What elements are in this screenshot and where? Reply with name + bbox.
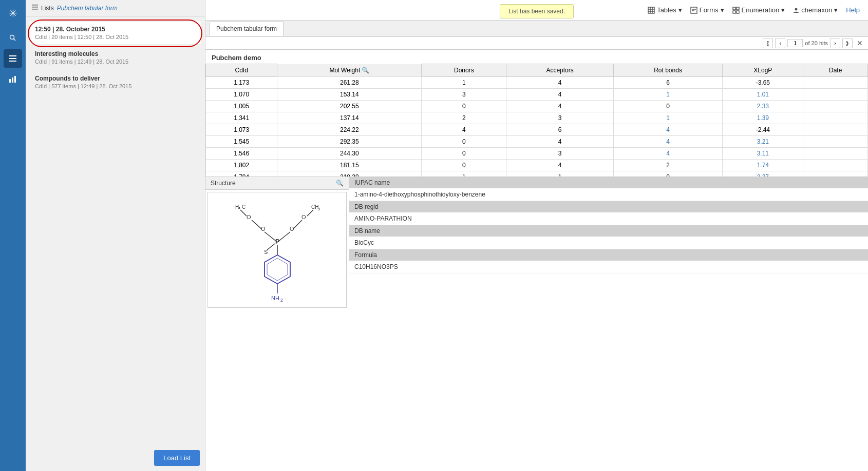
cell-rot-bonds: 1 — [613, 89, 722, 101]
cell-acceptors: 3 — [506, 112, 613, 124]
sidebar-list-btn[interactable] — [4, 49, 22, 68]
last-page-btn[interactable]: ⟫ — [842, 38, 853, 48]
help-label: Help — [846, 6, 860, 14]
cell-donors: 2 — [422, 112, 506, 124]
first-page-btn[interactable]: ⟪ — [763, 38, 773, 48]
col-acceptors[interactable]: Acceptors — [506, 64, 613, 77]
table-row[interactable]: 1,173 261.28 1 4 6 -3.65 — [206, 77, 868, 89]
col-date[interactable]: Date — [803, 64, 868, 77]
list-item-meta: CdId | 91 items | 12:49 | 28. Oct 2015 — [35, 58, 196, 65]
cell-cdid: 1,070 — [206, 89, 277, 101]
data-table-container[interactable]: CdId Mol Weight 🔍 Donors Acceptors Rot b… — [205, 64, 868, 176]
main-content: List has been saved. Tables ▾ Forms ▾ — [205, 0, 868, 471]
enumeration-nav[interactable]: Enumeration ▾ — [732, 6, 785, 14]
app-logo[interactable]: ✳ — [4, 4, 22, 23]
help-nav[interactable]: Help — [846, 6, 860, 14]
search-icon[interactable]: 🔍 — [362, 67, 369, 74]
col-xlogp[interactable]: XLogP — [723, 64, 803, 77]
table-row[interactable]: 1,802 181.15 0 4 2 1.74 — [206, 160, 868, 171]
cell-mol-weight: 261.28 — [277, 77, 422, 89]
cell-donors: 1 — [422, 77, 506, 89]
cell-cdid: 1,545 — [206, 136, 277, 148]
col-rot-bonds[interactable]: Rot bonds — [613, 64, 722, 77]
cell-xlogp: 1.01 — [723, 89, 803, 101]
cell-rot-bonds: 2 — [613, 160, 722, 171]
svg-marker-24 — [265, 255, 290, 284]
cell-mol-weight: 244.30 — [277, 148, 422, 160]
cell-xlogp: 1.74 — [723, 160, 803, 171]
svg-text:C: C — [242, 204, 246, 210]
cell-xlogp: 2.27 — [723, 171, 803, 177]
cell-rot-bonds: 4 — [613, 148, 722, 160]
cell-rot-bonds: 0 — [613, 101, 722, 112]
user-nav[interactable]: chemaxon ▾ — [793, 6, 838, 14]
cell-acceptors: 4 — [506, 77, 613, 89]
svg-line-43 — [293, 220, 302, 229]
load-list-area: Load List — [26, 445, 205, 471]
list-item[interactable]: Compounds to deliver CdId | 577 items | … — [30, 71, 201, 93]
cell-mol-weight: 202.55 — [277, 101, 422, 112]
lists-panel: Lists Pubchem tabular form 12:50 | 28. O… — [26, 0, 205, 471]
cell-acceptors: 4 — [506, 160, 613, 171]
user-label: chemaxon — [801, 6, 832, 14]
cell-cdid: 1,173 — [206, 77, 277, 89]
svg-line-1 — [14, 39, 16, 41]
list-item-title: Compounds to deliver — [35, 75, 196, 82]
next-page-btn[interactable]: › — [830, 38, 840, 48]
cell-mol-weight: 224.22 — [277, 124, 422, 136]
cell-mol-weight: 292.35 — [277, 136, 422, 148]
lists-subtitle: Pubchem tabular form — [57, 5, 118, 12]
table-row[interactable]: 1,546 244.30 0 3 4 3.11 — [206, 148, 868, 160]
table-row[interactable]: 1,545 292.35 0 4 4 3.21 — [206, 136, 868, 148]
close-form-btn[interactable]: ✕ — [855, 38, 865, 48]
cell-xlogp: -3.65 — [723, 77, 803, 89]
svg-text:3: 3 — [318, 207, 320, 211]
svg-point-0 — [10, 35, 14, 40]
table-row[interactable]: 1,073 224.22 4 6 4 -2.44 — [206, 124, 868, 136]
load-list-button[interactable]: Load List — [154, 450, 200, 466]
cell-acceptors: 1 — [506, 171, 613, 177]
col-mol-weight[interactable]: Mol Weight 🔍 — [277, 64, 421, 76]
cell-date — [803, 160, 868, 171]
list-item[interactable]: Interesting molecules CdId | 91 items | … — [30, 46, 201, 69]
tab-pubchem[interactable]: Pubchem tabular form — [210, 22, 284, 36]
table-row[interactable]: 1,794 210.29 1 1 0 2.27 — [206, 171, 868, 177]
table-row[interactable]: 1,070 153.14 3 4 1 1.01 — [206, 89, 868, 101]
tables-nav[interactable]: Tables ▾ — [648, 6, 682, 14]
content-body: Pubchem demo CdId Mol Weight 🔍 Donors Ac… — [205, 50, 868, 471]
dbname-value: BioCyc — [349, 237, 868, 249]
list-item-meta: CdId | 20 items | 12:50 | 28. Oct 2015 — [35, 34, 196, 40]
cell-xlogp: -2.44 — [723, 124, 803, 136]
content-title: Pubchem demo — [205, 50, 868, 64]
list-item[interactable]: 12:50 | 28. October 2015 CdId | 20 items… — [30, 22, 201, 44]
list-items-container: 12:50 | 28. October 2015 CdId | 20 items… — [26, 16, 205, 445]
svg-rect-20 — [737, 7, 739, 10]
forms-nav[interactable]: Forms ▾ — [690, 6, 724, 14]
list-item-title: 12:50 | 28. October 2015 — [35, 26, 196, 33]
cell-rot-bonds: 1 — [613, 112, 722, 124]
lists-header: Lists Pubchem tabular form — [26, 0, 205, 16]
svg-text:S: S — [264, 249, 268, 255]
cell-mol-weight: 181.15 — [277, 160, 422, 171]
structure-search-icon[interactable]: 🔍 — [336, 180, 344, 187]
sidebar-chart-btn[interactable] — [4, 70, 22, 88]
tables-chevron: ▾ — [678, 6, 682, 14]
col-cdid[interactable]: CdId — [206, 64, 277, 77]
sidebar-search-btn[interactable] — [4, 29, 22, 47]
cell-date — [803, 101, 868, 112]
forms-chevron: ▾ — [721, 6, 724, 14]
svg-point-23 — [795, 8, 798, 10]
list-icon — [32, 4, 38, 12]
table-row[interactable]: 1,005 202.55 0 4 0 2.33 — [206, 101, 868, 112]
svg-rect-4 — [9, 61, 16, 62]
col-donors[interactable]: Donors — [422, 64, 506, 77]
cell-cdid: 1,546 — [206, 148, 277, 160]
table-row[interactable]: 1,341 137.14 2 3 1 1.39 — [206, 112, 868, 124]
svg-text:NH: NH — [271, 295, 279, 301]
cell-date — [803, 148, 868, 160]
page-number-input[interactable] — [787, 39, 803, 47]
cell-cdid: 1,005 — [206, 101, 277, 112]
list-item-title: Interesting molecules — [35, 50, 196, 57]
prev-page-btn[interactable]: ‹ — [775, 38, 785, 48]
detail-area: Structure 🔍 NH 2 — [205, 176, 868, 310]
